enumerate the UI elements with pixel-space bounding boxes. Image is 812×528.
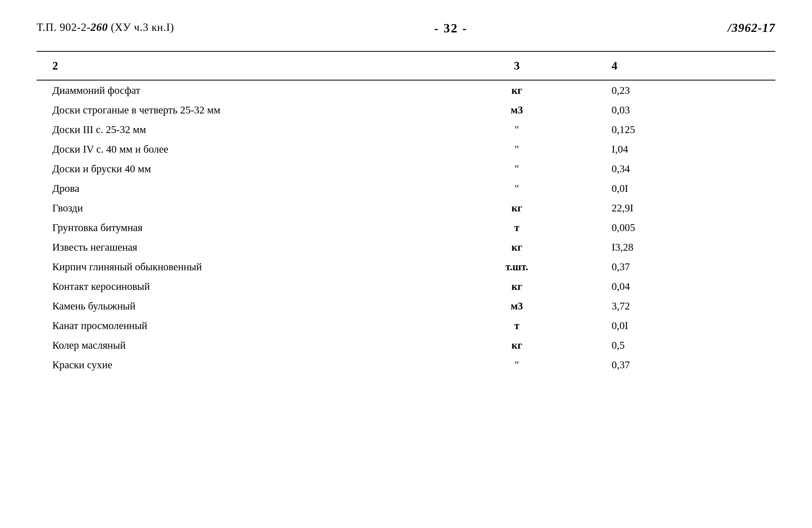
table-row: Грунтовка битумнаят0,005 (37, 218, 775, 237)
row-value: 0,04 (591, 277, 775, 296)
row-unit: кг (443, 80, 591, 100)
row-value: 0,5 (591, 335, 775, 355)
header-right: /3962-17 (728, 21, 775, 35)
table-row: Известь негашенаякгI3,28 (37, 237, 775, 257)
header-left-italic: 260 (90, 21, 108, 33)
row-name: Диаммоний фосфат (37, 80, 443, 100)
row-value: 0,0I (591, 178, 775, 198)
row-value: 0,37 (591, 355, 775, 375)
row-name: Доски III с. 25-32 мм (37, 120, 443, 139)
table-row: Доски III с. 25-32 мм"0,125 (37, 120, 775, 139)
table-container: 2 3 4 Диаммоний фосфаткг0,23Доски строга… (37, 51, 775, 375)
header-center: - 32 - (434, 21, 468, 35)
table-row: Колер масляныйкг0,5 (37, 335, 775, 355)
table-row: Гвоздикг22,9I (37, 198, 775, 218)
row-unit: м3 (443, 100, 591, 120)
row-value: 0,03 (591, 100, 775, 120)
page-header: Т.П. 902-2-260 (ХУ ч.3 кн.I) - 32 - /396… (37, 21, 775, 35)
col-header-4: 4 (591, 52, 775, 80)
row-name: Доски IV с. 40 мм и более (37, 139, 443, 159)
table-row: Канат просмоленныйт0,0I (37, 316, 775, 335)
row-value: I3,28 (591, 237, 775, 257)
row-name: Канат просмоленный (37, 316, 443, 335)
row-unit: " (443, 355, 591, 375)
row-unit: т (443, 218, 591, 237)
header-left-text: Т.П. 902-2- (37, 21, 90, 33)
table-row: Доски и бруски 40 мм"0,34 (37, 159, 775, 178)
row-name: Камень булыжный (37, 296, 443, 316)
row-value: 0,005 (591, 218, 775, 237)
row-unit: " (443, 120, 591, 139)
row-name: Доски строганые в четверть 25-32 мм (37, 100, 443, 120)
row-unit: кг (443, 277, 591, 296)
row-value: 0,34 (591, 159, 775, 178)
row-value: 0,125 (591, 120, 775, 139)
row-unit: т.шт. (443, 257, 591, 277)
row-name: Кирпич глиняный обыкновенный (37, 257, 443, 277)
row-value: 0,0I (591, 316, 775, 335)
row-name: Гвозди (37, 198, 443, 218)
row-unit: " (443, 178, 591, 198)
table-row: Камень булыжныйм33,72 (37, 296, 775, 316)
col-header-2: 2 (37, 52, 443, 80)
row-name: Известь негашеная (37, 237, 443, 257)
row-name: Краски сухие (37, 355, 443, 375)
row-unit: " (443, 159, 591, 178)
col-header-3: 3 (443, 52, 591, 80)
row-value: 0,23 (591, 80, 775, 100)
row-unit: т (443, 316, 591, 335)
page: Т.П. 902-2-260 (ХУ ч.3 кн.I) - 32 - /396… (0, 0, 812, 528)
row-value: 22,9I (591, 198, 775, 218)
row-unit: кг (443, 335, 591, 355)
table-row: Контакт керосиновыйкг0,04 (37, 277, 775, 296)
table-row: Доски IV с. 40 мм и более"I,04 (37, 139, 775, 159)
main-table: 2 3 4 Диаммоний фосфаткг0,23Доски строга… (37, 51, 775, 375)
table-row: Диаммоний фосфаткг0,23 (37, 80, 775, 100)
row-name: Дрова (37, 178, 443, 198)
row-name: Грунтовка битумная (37, 218, 443, 237)
header-left: Т.П. 902-2-260 (ХУ ч.3 кн.I) (37, 21, 174, 33)
row-unit: кг (443, 198, 591, 218)
row-unit: " (443, 139, 591, 159)
table-row: Дрова"0,0I (37, 178, 775, 198)
table-header-row: 2 3 4 (37, 52, 775, 80)
row-value: I,04 (591, 139, 775, 159)
table-row: Доски строганые в четверть 25-32 ммм30,0… (37, 100, 775, 120)
table-row: Краски сухие"0,37 (37, 355, 775, 375)
row-name: Доски и бруски 40 мм (37, 159, 443, 178)
header-left-suffix: (ХУ ч.3 кн.I) (108, 21, 174, 33)
row-unit: кг (443, 237, 591, 257)
row-value: 0,37 (591, 257, 775, 277)
row-name: Колер масляный (37, 335, 443, 355)
row-unit: м3 (443, 296, 591, 316)
table-row: Кирпич глиняный обыкновенныйт.шт.0,37 (37, 257, 775, 277)
row-name: Контакт керосиновый (37, 277, 443, 296)
row-value: 3,72 (591, 296, 775, 316)
